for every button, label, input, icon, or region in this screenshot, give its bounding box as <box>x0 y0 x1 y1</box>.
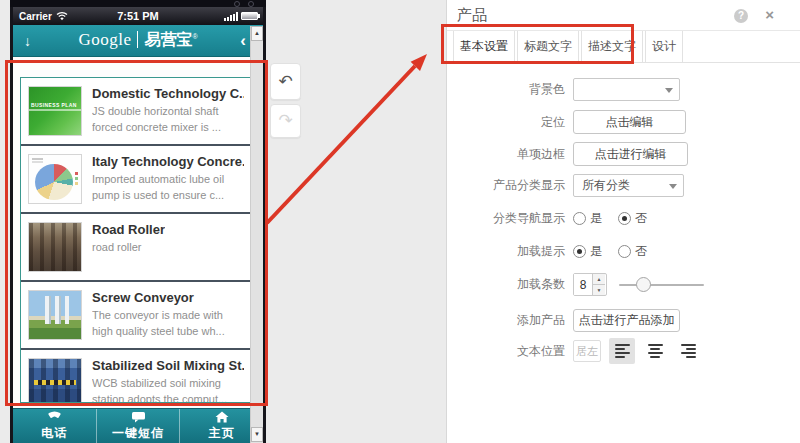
loading-tip-label: 加载提示 <box>447 243 565 260</box>
help-icon[interactable]: ? <box>734 9 748 23</box>
align-right-button[interactable] <box>675 338 701 364</box>
thumbnail-caption: BUSINESS PLAN <box>31 102 77 108</box>
scrollbar-up-arrow[interactable]: ▲ <box>251 26 263 41</box>
form-row-item-border: 单项边框 点击进行编辑 <box>447 142 800 166</box>
category-nav-yes-radio[interactable] <box>573 212 586 225</box>
category-nav-no-radio[interactable] <box>618 212 631 225</box>
product-thumbnail <box>28 358 82 403</box>
phone-scrollbar[interactable]: ▲ ▼ <box>250 26 263 443</box>
undo-button[interactable]: ↶ <box>270 63 301 100</box>
scroll-down-arrow-icon[interactable]: ↓ <box>24 33 31 49</box>
back-chevron-icon[interactable]: ‹ <box>240 31 246 51</box>
product-description: WCB stabilized soil mixing station adopt… <box>92 376 244 403</box>
product-description: Imported automatic lube oil pump is used… <box>92 172 244 204</box>
product-list-item[interactable]: Road Roller road roller <box>21 214 250 282</box>
form-row-category-display: 产品分类显示 所有分类 <box>447 174 800 197</box>
product-list-item[interactable]: Screw Conveyor The conveyor is made with… <box>21 282 250 350</box>
loading-tip-yes-radio[interactable] <box>573 245 586 258</box>
category-nav-label: 分类导航显示 <box>447 210 565 227</box>
product-description: JS double horizontal shaft forced concre… <box>92 104 244 136</box>
form-row-category-nav: 分类导航显示 是 否 <box>447 210 800 227</box>
nav-label: 一键短信 <box>112 425 164 442</box>
bottom-nav-bar: 电话 一键短信 主页 <box>13 408 263 443</box>
carrier-label: Carrier <box>19 11 52 22</box>
text-position-label: 文本位置 <box>447 343 565 360</box>
loading-tip-no-radio[interactable] <box>618 245 631 258</box>
nav-label: 电话 <box>41 425 67 442</box>
radio-no-label: 否 <box>635 210 647 227</box>
nav-label: 主页 <box>209 425 235 442</box>
status-bar: Carrier 7:51 PM <box>13 7 263 25</box>
phone-icon <box>47 411 62 423</box>
product-list: BUSINESS PLAN Domestic Technology C... J… <box>20 77 251 403</box>
logo-google: Google <box>78 30 131 49</box>
form-row-bg-color: 背景色 <box>447 78 800 101</box>
bg-color-label: 背景色 <box>447 81 565 98</box>
redo-button[interactable]: ↷ <box>270 104 301 138</box>
item-border-label: 单项边框 <box>447 146 565 163</box>
form-row-load-count: 加载条数 ▲ ▼ <box>447 273 800 296</box>
radio-yes-label: 是 <box>590 243 602 260</box>
tab-bar: 基本设置 标题文字 描述文字 设计 <box>447 30 800 63</box>
close-icon[interactable]: × <box>765 7 774 23</box>
undo-icon: ↶ <box>278 72 292 91</box>
battery-icon <box>241 12 258 20</box>
product-thumbnail <box>28 222 82 272</box>
product-settings-panel: 产品 ? × 基本设置 标题文字 描述文字 设计 背景色 定位 点击编辑 单项边… <box>446 0 800 443</box>
form-row-text-position: 文本位置 居左 <box>447 338 800 364</box>
product-list-item[interactable]: Stabilized Soil Mixing St... WCB stabili… <box>21 350 250 403</box>
signal-strength-icon <box>224 12 238 21</box>
product-list-item[interactable]: BUSINESS PLAN Domestic Technology C... J… <box>21 78 250 146</box>
position-edit-button[interactable]: 点击编辑 <box>573 110 686 134</box>
spinner-up-icon[interactable]: ▲ <box>593 274 605 285</box>
category-dropdown-value: 所有分类 <box>582 178 630 192</box>
product-list-item[interactable]: Italy Technology Concre... Imported auto… <box>21 146 250 214</box>
registered-mark: ® <box>192 33 197 40</box>
nav-item-sms[interactable]: 一键短信 <box>96 409 180 443</box>
product-title: Stabilized Soil Mixing St... <box>92 358 244 373</box>
add-product-button[interactable]: 点击进行产品添加 <box>573 309 680 332</box>
redo-icon: ↷ <box>278 111 292 130</box>
phone-bezel <box>10 0 266 7</box>
align-center-icon <box>648 344 663 358</box>
product-thumbnail: BUSINESS PLAN <box>28 86 82 136</box>
home-icon <box>215 411 229 423</box>
nav-item-phone[interactable]: 电话 <box>13 409 96 443</box>
category-dropdown[interactable]: 所有分类 <box>573 174 684 197</box>
slider-handle[interactable] <box>636 277 651 292</box>
tab-title-text[interactable]: 标题文字 <box>517 31 579 62</box>
page-title: 产品 <box>457 6 487 25</box>
form-row-add-product: 添加产品 点击进行产品添加 <box>447 309 800 332</box>
add-product-label: 添加产品 <box>447 312 565 329</box>
align-left-button[interactable] <box>609 338 635 364</box>
pie-chart-image <box>35 164 73 200</box>
align-center-button[interactable] <box>642 338 668 364</box>
scrollbar-down-arrow[interactable]: ▼ <box>251 427 263 442</box>
load-count-slider[interactable] <box>619 277 704 292</box>
settings-form: 背景色 定位 点击编辑 单项边框 点击进行编辑 产品分类显示 所有分类 分类导航… <box>447 78 800 364</box>
category-display-label: 产品分类显示 <box>447 177 565 194</box>
slider-track[interactable] <box>619 284 704 286</box>
tab-basic-settings[interactable]: 基本设置 <box>453 31 515 62</box>
product-description: The conveyor is made with high quality s… <box>92 308 244 340</box>
spinner-down-icon[interactable]: ▼ <box>593 285 605 295</box>
form-row-loading-tip: 加载提示 是 否 <box>447 243 800 260</box>
phone-preview: Carrier 7:51 PM ↓ Google易营宝® ‹ BUSINESS … <box>10 0 266 443</box>
sms-icon <box>131 411 146 423</box>
chevron-down-icon <box>669 184 677 189</box>
product-description: road roller <box>92 240 165 256</box>
load-count-label: 加载条数 <box>447 276 565 293</box>
bg-color-dropdown[interactable] <box>573 78 680 101</box>
align-right-icon <box>681 344 696 358</box>
load-count-input[interactable] <box>574 274 592 295</box>
tab-design[interactable]: 设计 <box>645 31 683 62</box>
align-left-icon <box>615 344 630 358</box>
product-title: Road Roller <box>92 222 165 237</box>
load-count-spinner: ▲ ▼ <box>573 273 607 296</box>
product-title: Italy Technology Concre... <box>92 154 244 169</box>
item-border-edit-button[interactable]: 点击进行编辑 <box>573 142 688 166</box>
wifi-icon <box>56 11 68 21</box>
product-thumbnail <box>28 290 82 340</box>
form-row-position: 定位 点击编辑 <box>447 110 800 134</box>
tab-description-text[interactable]: 描述文字 <box>581 31 643 62</box>
